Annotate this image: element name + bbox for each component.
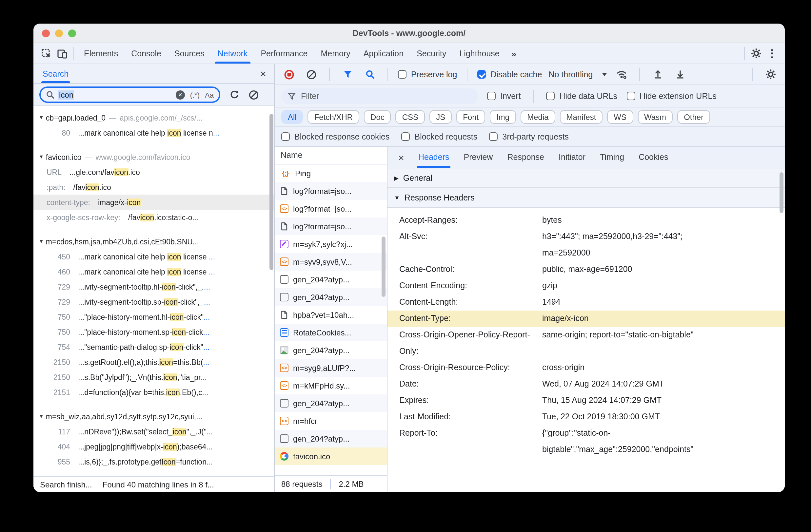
clear-search-results-icon[interactable] <box>248 87 260 103</box>
search-input[interactable]: icon × (.*) Aa <box>39 87 220 103</box>
clear-network-log-icon[interactable] <box>304 66 319 82</box>
close-window-button[interactable] <box>42 29 50 37</box>
chip-font[interactable]: Font <box>456 110 485 124</box>
checkbox-unchecked-icon[interactable] <box>487 92 496 100</box>
search-scrollbar[interactable] <box>270 114 273 270</box>
hide-extension-urls-checkbox[interactable]: Hide extension URLs <box>626 91 717 100</box>
network-settings-gear-icon[interactable] <box>763 66 778 82</box>
record-network-log-icon[interactable] <box>281 66 297 82</box>
match-case-toggle-button[interactable]: Aa <box>205 91 214 99</box>
blocked-response-cookies-checkbox[interactable]: Blocked response cookies <box>281 132 389 141</box>
checkbox-checked-icon[interactable] <box>477 70 486 79</box>
details-tab-preview[interactable]: Preview <box>457 147 500 168</box>
blocked-requests-checkbox[interactable]: Blocked requests <box>401 132 477 141</box>
search-result-line[interactable]: 750..."place-history-moment.hl-icon-clic… <box>33 309 274 324</box>
requests-scrollbar[interactable] <box>382 236 385 297</box>
search-result-line[interactable]: 2150...s.Bb("Jylpdf");_.Vn(this.icon,"ti… <box>33 370 274 385</box>
close-search-icon[interactable]: × <box>260 68 266 79</box>
chip-fetch-xhr[interactable]: Fetch/XHR <box>308 110 359 124</box>
export-har-icon[interactable] <box>672 66 688 82</box>
filter-input[interactable]: Filter <box>281 88 478 104</box>
request-row[interactable]: gen_204?atyp... <box>275 341 387 359</box>
kebab-menu-icon[interactable] <box>764 46 780 61</box>
refresh-search-icon[interactable] <box>228 87 240 103</box>
details-tab-initiator[interactable]: Initiator <box>551 147 593 168</box>
request-row[interactable]: log?format=jso... <box>275 182 387 200</box>
chip-js[interactable]: JS <box>429 110 452 124</box>
minimize-window-button[interactable] <box>55 29 63 37</box>
settings-gear-icon[interactable] <box>748 46 764 61</box>
request-row[interactable]: <>m=hfcr <box>275 412 387 430</box>
tab-memory[interactable]: Memory <box>315 43 357 64</box>
chip-all[interactable]: All <box>281 110 303 124</box>
details-tab-response[interactable]: Response <box>500 147 551 168</box>
tab-lighthouse[interactable]: Lighthouse <box>453 43 506 64</box>
inspect-element-icon[interactable] <box>39 46 55 61</box>
name-column-header[interactable]: Name <box>275 147 387 165</box>
search-result-line[interactable]: content-type:image/x-icon <box>33 194 274 210</box>
search-result-file-group[interactable]: ▼favicon.ico—www.google.com/favicon.ico <box>33 150 274 165</box>
search-result-file-group[interactable]: ▼m=sb_wiz,aa,abd,sy12d,sytt,sytp,sy12c,s… <box>33 409 274 424</box>
general-section-header[interactable]: ▶ General <box>387 168 785 188</box>
request-row[interactable]: favicon.ico <box>275 448 387 465</box>
search-result-line[interactable]: 117...nDReve"));Bw.set("select_icon",_.J… <box>33 424 274 439</box>
request-row[interactable]: <>m=kMFpHd,sy... <box>275 377 387 394</box>
chip-wasm[interactable]: Wasm <box>638 110 673 124</box>
request-row[interactable]: m=syk7,sylc?xj... <box>275 235 387 253</box>
throttling-dropdown[interactable]: No throttling <box>548 70 607 79</box>
disable-cache-checkbox[interactable]: Disable cache <box>477 70 542 79</box>
request-row[interactable]: gen_204?atyp... <box>275 270 387 288</box>
clear-search-icon[interactable]: × <box>176 90 185 99</box>
search-result-line[interactable]: :path:/favicon.ico <box>33 179 274 194</box>
chip-img[interactable]: Img <box>490 110 516 124</box>
search-result-line[interactable]: 2150...s.getRoot().el(),a);this.icon=thi… <box>33 355 274 370</box>
search-result-line[interactable]: 729...ivity-segment-tooltip.hl-icon-clic… <box>33 279 274 294</box>
request-row[interactable]: {;}Ping <box>275 165 387 182</box>
search-result-line[interactable]: 750..."place-history-moment.sp-icon-clic… <box>33 324 274 339</box>
request-row[interactable]: gen_204?atyp... <box>275 430 387 448</box>
checkbox-unchecked-icon[interactable] <box>401 132 410 141</box>
search-result-file-group[interactable]: ▼cb=gapi.loaded_0—apis.google.com/_/scs/… <box>33 110 274 125</box>
network-conditions-icon[interactable] <box>614 66 629 82</box>
chip-ws[interactable]: WS <box>607 110 633 124</box>
close-details-icon[interactable]: × <box>392 152 411 163</box>
chip-manifest[interactable]: Manifest <box>560 110 603 124</box>
tab-search[interactable]: Search <box>41 64 70 83</box>
checkbox-unchecked-icon[interactable] <box>398 70 407 79</box>
tab-application[interactable]: Application <box>357 43 410 64</box>
chip-media[interactable]: Media <box>521 110 555 124</box>
checkbox-unchecked-icon[interactable] <box>281 132 290 141</box>
import-har-icon[interactable] <box>650 66 665 82</box>
request-row[interactable]: <>log?format=jso... <box>275 200 387 218</box>
search-result-line[interactable]: 955...is,6)};_.fs.prototype.getIcon=func… <box>33 454 274 469</box>
request-row[interactable]: gen_204?atyp... <box>275 394 387 412</box>
search-result-line[interactable]: 2151...d=function(a){var b=this.icon.Eb(… <box>33 385 274 400</box>
tab-sources[interactable]: Sources <box>168 43 211 64</box>
filter-funnel-icon[interactable] <box>340 66 355 82</box>
search-result-file-group[interactable]: ▼m=cdos,hsm,jsa,mb4ZUb,d,csi,cEt90b,SNU.… <box>33 234 274 249</box>
details-scrollbar[interactable] <box>780 172 783 213</box>
tab-elements[interactable]: Elements <box>77 43 125 64</box>
details-tab-cookies[interactable]: Cookies <box>631 147 675 168</box>
search-result-line[interactable]: 460...mark canonical cite help icon lice… <box>33 264 274 279</box>
checkbox-unchecked-icon[interactable] <box>489 132 498 141</box>
chip-doc[interactable]: Doc <box>364 110 391 124</box>
regex-toggle-button[interactable]: (.*) <box>190 91 200 99</box>
details-tab-headers[interactable]: Headers <box>411 147 457 168</box>
tab-console[interactable]: Console <box>125 43 168 64</box>
request-row[interactable]: <>m=syv9,syv8,V... <box>275 253 387 270</box>
invert-checkbox[interactable]: Invert <box>487 91 521 100</box>
request-row[interactable]: <>m=syg9,aLUfP?... <box>275 359 387 377</box>
response-headers-section-header[interactable]: ▼ Response Headers <box>387 188 785 208</box>
zoom-window-button[interactable] <box>68 29 76 37</box>
more-tabs-icon[interactable]: » <box>506 48 521 59</box>
request-row[interactable]: RotateCookies... <box>275 324 387 341</box>
checkbox-unchecked-icon[interactable] <box>626 92 635 100</box>
preserve-log-checkbox[interactable]: Preserve log <box>398 70 457 79</box>
device-toolbar-icon[interactable] <box>55 46 70 61</box>
checkbox-unchecked-icon[interactable] <box>547 92 555 100</box>
details-tab-timing[interactable]: Timing <box>593 147 631 168</box>
search-result-line[interactable]: 729...ivity-segment-tooltip.sp-icon-clic… <box>33 294 274 309</box>
request-row[interactable]: log?format=jso... <box>275 218 387 235</box>
search-result-line[interactable]: URL...gle.com/favicon.ico <box>33 165 274 179</box>
